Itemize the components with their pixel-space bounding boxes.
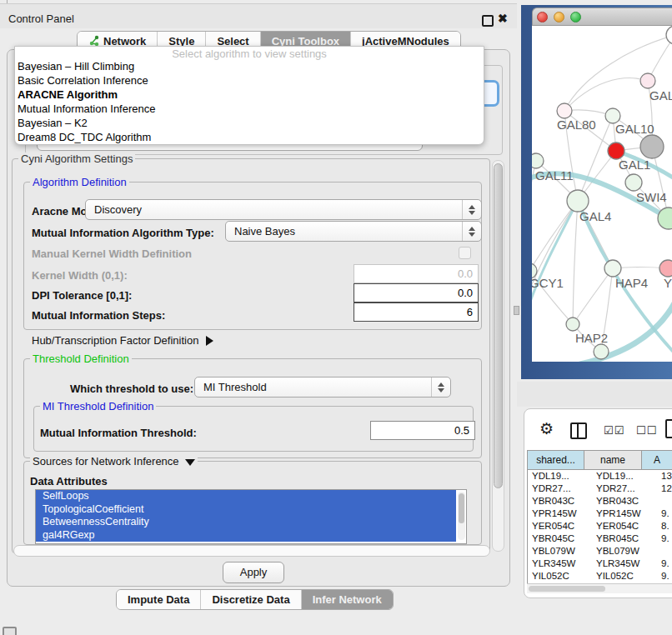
dropdown-item-highlighted[interactable]: ARACNE Algorithm bbox=[18, 88, 118, 102]
close-traffic-light-icon[interactable] bbox=[537, 12, 548, 22]
attribute-item-selected[interactable]: TopologicalCoefficient bbox=[36, 503, 456, 517]
column-header-name[interactable]: name bbox=[584, 451, 642, 469]
algorithm-definition-title: Algorithm Definition bbox=[30, 176, 129, 188]
select-all-checkboxes-icon[interactable]: ☑☑ bbox=[604, 424, 624, 437]
splitter-handle[interactable] bbox=[514, 306, 519, 315]
network-node[interactable] bbox=[640, 135, 664, 158]
settings-vertical-scrollbar[interactable] bbox=[492, 160, 504, 552]
apply-button[interactable]: Apply bbox=[223, 562, 284, 583]
table-panel-titlebar: Table Panel bbox=[517, 382, 672, 407]
network-node[interactable] bbox=[659, 260, 672, 277]
mi-steps-field[interactable]: 6 bbox=[354, 302, 479, 322]
mit-field[interactable]: 0.5 bbox=[370, 421, 475, 440]
network-canvas-container: GAL7GAL80GAL10GAL1GAL11SWI4GAL4GCY1HAP4Y… bbox=[532, 26, 672, 362]
attribute-item-selected[interactable]: gal4RGexp bbox=[36, 529, 456, 542]
network-node[interactable] bbox=[625, 174, 642, 191]
network-node[interactable] bbox=[604, 260, 621, 277]
float-window-icon[interactable] bbox=[482, 15, 494, 27]
network-node-label: GAL10 bbox=[615, 122, 654, 136]
kernel-width-label: Kernel Width (0,1): bbox=[32, 269, 128, 282]
dropdown-item[interactable]: Bayesian – K2 bbox=[18, 116, 88, 130]
data-attributes-label: Data Attributes bbox=[30, 475, 108, 488]
network-edge[interactable] bbox=[573, 201, 578, 324]
mi-steps-label: Mutual Information Steps: bbox=[32, 309, 165, 322]
settings-horizontal-scrollbar[interactable] bbox=[13, 545, 490, 557]
which-threshold-combobox[interactable]: MI Threshold bbox=[194, 377, 451, 398]
which-threshold-label: Which threshold to use: bbox=[70, 382, 193, 395]
dpi-tolerance-field[interactable]: 0.0 bbox=[354, 283, 479, 302]
document-icon[interactable] bbox=[665, 419, 672, 438]
network-node[interactable] bbox=[666, 26, 672, 44]
tab-impute-data[interactable]: Impute Data bbox=[117, 590, 201, 609]
network-node-label: Y bbox=[664, 276, 672, 290]
attribute-item-selected[interactable]: BetweennessCentrality bbox=[36, 516, 456, 529]
aracne-mode-combobox[interactable]: Discovery bbox=[85, 199, 482, 220]
table-row[interactable]: YBL079W YBL079W bbox=[528, 545, 672, 558]
network-node[interactable] bbox=[532, 153, 544, 168]
table-row[interactable]: YBR045C YBR045C 9. bbox=[528, 532, 672, 545]
dropdown-item[interactable]: Basic Correlation Inference bbox=[18, 73, 148, 88]
tab-discretize-data[interactable]: Discretize Data bbox=[201, 590, 301, 609]
table-row[interactable]: YDL19... YDL19... 13 bbox=[528, 470, 672, 482]
dropdown-prompt: Select algorithm to view settings bbox=[15, 48, 484, 60]
network-node-label: GAL11 bbox=[535, 168, 574, 182]
table-horizontal-scrollbar[interactable] bbox=[527, 583, 672, 593]
network-window-titlebar[interactable] bbox=[532, 8, 672, 26]
dropdown-item[interactable]: Mutual Information Inference bbox=[18, 102, 155, 116]
column-layout-icon[interactable] bbox=[570, 422, 587, 439]
network-node-label: HAP2 bbox=[575, 331, 608, 345]
dpi-tolerance-label: DPI Tolerance [0,1]: bbox=[32, 289, 132, 302]
manual-kernel-checkbox[interactable] bbox=[459, 247, 471, 259]
table-header-row: shared... name A bbox=[528, 451, 672, 470]
kernel-width-field[interactable]: 0.0 bbox=[354, 264, 479, 283]
network-node[interactable] bbox=[557, 103, 572, 118]
network-node[interactable] bbox=[566, 318, 579, 331]
tab-infer-network[interactable]: Infer Network bbox=[302, 590, 393, 609]
settings-group-title: Cyni Algorithm Settings bbox=[18, 152, 135, 165]
network-node-label: GCY1 bbox=[532, 276, 564, 290]
network-edge[interactable] bbox=[564, 78, 648, 111]
network-node-label: GAL1 bbox=[619, 158, 650, 172]
zoom-traffic-light-icon[interactable] bbox=[570, 12, 581, 22]
control-panel-title: Control Panel bbox=[8, 12, 74, 25]
combobox-arrows-icon bbox=[462, 222, 481, 241]
network-node-label: GAL4 bbox=[579, 209, 611, 223]
restore-panel-icon[interactable] bbox=[3, 627, 17, 635]
dropdown-item[interactable]: Bayesian – Hill Climbing bbox=[18, 59, 134, 73]
network-node[interactable] bbox=[594, 344, 609, 359]
network-node-label: GAL80 bbox=[557, 118, 596, 132]
deselect-all-checkboxes-icon[interactable]: ☐☐ bbox=[636, 424, 657, 437]
network-node-label: GAL7 bbox=[649, 88, 672, 102]
table-body: YDL19... YDL19... 13 YDR27... YDR27... 1… bbox=[528, 470, 672, 584]
table-row[interactable]: YPR145W YPR145W 9. bbox=[528, 508, 672, 520]
mit-label: Mutual Information Threshold: bbox=[40, 427, 197, 439]
collapse-down-icon bbox=[185, 459, 195, 466]
hub-section-toggle[interactable]: Hub/Transcription Factor Definition bbox=[32, 334, 213, 347]
table-row[interactable]: YDR27... YDR27... 12 bbox=[528, 482, 672, 495]
network-node-label: SWI4 bbox=[636, 190, 667, 204]
network-node[interactable] bbox=[640, 73, 655, 88]
table-row[interactable]: YBR043C YBR043C bbox=[528, 495, 672, 508]
network-node-label: HAP4 bbox=[615, 276, 648, 290]
table-row[interactable]: YLR345W YLR345W 9. bbox=[528, 558, 672, 570]
network-canvas[interactable]: GAL7GAL80GAL10GAL1GAL11SWI4GAL4GCY1HAP4Y… bbox=[532, 26, 672, 362]
table-row[interactable]: YER054C YER054C 8. bbox=[528, 520, 672, 532]
dropdown-item[interactable]: Dream8 DC_TDC Algorithm bbox=[18, 130, 151, 144]
table-row[interactable]: YIL052C YIL052C 9. bbox=[528, 570, 672, 582]
sources-group-toggle[interactable]: Sources for Network Inference bbox=[30, 455, 198, 468]
gear-icon[interactable]: ⚙ bbox=[539, 419, 554, 438]
mi-type-combobox[interactable]: Naive Bayes bbox=[225, 221, 482, 242]
list-scrollbar[interactable] bbox=[458, 492, 465, 540]
close-icon[interactable]: ✖ bbox=[498, 12, 508, 25]
column-header-partial[interactable]: A bbox=[642, 451, 672, 469]
mi-type-label: Mutual Information Algorithm Type: bbox=[32, 227, 214, 239]
minimize-traffic-light-icon[interactable] bbox=[554, 12, 564, 22]
attribute-item-selected[interactable]: SelfLoops bbox=[36, 490, 456, 503]
data-attributes-list[interactable]: SelfLoopsTopologicalCoefficientBetweenne… bbox=[35, 489, 467, 544]
cyni-bottom-tabbar: Impute Data Discretize Data Infer Networ… bbox=[116, 589, 394, 610]
network-node[interactable] bbox=[608, 142, 624, 159]
column-header-shared[interactable]: shared... bbox=[528, 451, 584, 469]
node-table: shared... name A YDL19... YDL19... 13 YD… bbox=[527, 450, 672, 584]
expand-right-icon bbox=[206, 336, 213, 346]
combobox-arrows-icon bbox=[431, 378, 450, 397]
